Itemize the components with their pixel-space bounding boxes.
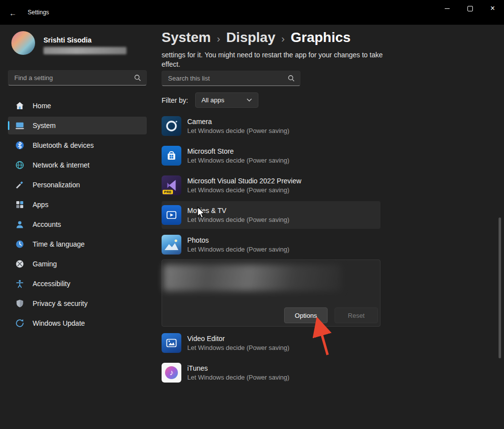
app-row-itunes[interactable]: ♪ iTunes Let Windows decide (Power savin… [162, 359, 380, 386]
sidebar-item-time-language[interactable]: Time & language [8, 235, 147, 253]
sidebar-item-network-internet[interactable]: Network & internet [8, 156, 147, 174]
sidebar-item-apps[interactable]: Apps [8, 196, 147, 214]
expanded-app-card[interactable]: Options Reset [162, 259, 380, 327]
video-editor-app-icon [162, 333, 181, 353]
apps-grid-icon [15, 200, 25, 210]
redacted-user-email [43, 47, 126, 54]
sidebar-item-system[interactable]: System [8, 117, 147, 134]
maximize-icon [467, 6, 473, 11]
microsoft-store-app-icon [162, 146, 181, 166]
breadcrumb-system[interactable]: System [162, 30, 211, 45]
minimize-button[interactable] [436, 0, 459, 17]
system-icon [15, 121, 25, 130]
app-row-video-editor[interactable]: Video Editor Let Windows decide (Power s… [162, 329, 380, 357]
app-name: Photos [187, 236, 290, 244]
scrollbar-thumb[interactable] [499, 217, 501, 358]
app-name: Camera [187, 118, 290, 126]
accessibility-icon [15, 279, 25, 289]
sidebar-item-windows-update[interactable]: Windows Update [8, 314, 147, 332]
app-row-visual-studio[interactable]: PRE Microsoft Visual Studio 2022 Preview… [162, 172, 380, 199]
sidebar-item-label: Time & language [33, 240, 84, 248]
app-status: Let Windows decide (Power saving) [187, 127, 290, 134]
sidebar-item-label: Bluetooth & devices [33, 141, 94, 149]
app-status: Let Windows decide (Power saving) [187, 344, 290, 351]
breadcrumb-display[interactable]: Display [226, 30, 276, 45]
chevron-down-icon [247, 98, 252, 102]
sidebar-item-gaming[interactable]: Gaming [8, 255, 147, 273]
minimize-icon [445, 8, 450, 9]
camera-app-icon [162, 116, 181, 136]
sidebar-item-label: Apps [33, 201, 48, 209]
sidebar-item-accessibility[interactable]: Accessibility [8, 275, 147, 293]
app-status: Let Windows decide (Power saving) [187, 246, 290, 253]
app-row-photos[interactable]: Photos Let Windows decide (Power saving) [162, 231, 380, 258]
app-name: Movies & TV [187, 207, 290, 214]
app-row-camera[interactable]: Camera Let Windows decide (Power saving) [162, 112, 380, 140]
breadcrumb: System › Display › Graphics [162, 30, 351, 45]
back-icon[interactable]: ← [6, 6, 19, 19]
photos-app-icon [162, 235, 181, 255]
app-status: Let Windows decide (Power saving) [187, 186, 301, 194]
sidebar-item-label: Privacy & security [33, 300, 87, 307]
app-status: Let Windows decide (Power saving) [187, 216, 290, 223]
sidebar-item-privacy-security[interactable]: Privacy & security [8, 295, 147, 312]
sidebar-item-label: Home [33, 102, 51, 110]
app-status: Let Windows decide (Power saving) [187, 374, 290, 381]
avatar[interactable] [11, 31, 35, 55]
app-name: Microsoft Store [187, 147, 290, 155]
sidebar-search-input[interactable] [13, 74, 130, 82]
sidebar-item-label: Windows Update [33, 319, 85, 327]
sidebar-item-label: Accounts [33, 220, 61, 228]
app-name: Video Editor [187, 335, 290, 343]
window-controls: × [436, 0, 504, 17]
titlebar: ← Settings × [0, 0, 504, 25]
settings-window: ← Settings × Srishti Sisodia Home System [0, 0, 504, 429]
sidebar-nav: Home System Bluetooth & devices Network … [8, 97, 147, 334]
update-icon [15, 318, 25, 328]
options-button[interactable]: Options [284, 307, 328, 323]
sidebar-item-home[interactable]: Home [8, 97, 147, 115]
sidebar-item-label: Gaming [33, 260, 57, 268]
app-row-microsoft-store[interactable]: Microsoft Store Let Windows decide (Powe… [162, 142, 380, 170]
clock-icon [15, 239, 25, 249]
breadcrumb-separator-icon: › [281, 33, 285, 44]
xbox-icon [15, 259, 25, 269]
movies-tv-app-icon [162, 205, 181, 225]
close-button[interactable]: × [481, 0, 504, 17]
visual-studio-app-icon: PRE [162, 175, 181, 195]
preview-badge: PRE [163, 190, 173, 194]
breadcrumb-graphics: Graphics [291, 30, 350, 45]
sidebar-item-label: Network & internet [33, 161, 89, 169]
sidebar-item-personalization[interactable]: Personalization [8, 176, 147, 194]
search-icon [288, 75, 295, 82]
sidebar-item-bluetooth-devices[interactable]: Bluetooth & devices [8, 136, 147, 154]
list-search-input[interactable] [167, 74, 284, 83]
filter-row: Filter by: All apps [162, 92, 258, 108]
app-name: iTunes [187, 364, 290, 372]
shield-icon [15, 299, 25, 308]
maximize-button[interactable] [459, 0, 481, 17]
bluetooth-icon [15, 140, 25, 150]
paintbrush-icon [15, 180, 25, 190]
reset-button[interactable]: Reset [335, 307, 378, 323]
filter-dropdown-value: All apps [202, 96, 224, 104]
app-row-movies-tv[interactable]: Movies & TV Let Windows decide (Power sa… [162, 201, 380, 229]
sidebar-item-label: Personalization [33, 181, 80, 189]
app-status: Let Windows decide (Power saving) [187, 157, 290, 164]
globe-icon [15, 160, 25, 170]
person-icon [15, 219, 25, 229]
filter-label: Filter by: [162, 96, 188, 104]
sidebar-search[interactable] [8, 70, 147, 86]
list-search[interactable] [162, 71, 300, 86]
search-icon [134, 74, 141, 82]
home-icon [15, 101, 25, 111]
user-name: Srishti Sisodia [43, 36, 91, 44]
sidebar-item-accounts[interactable]: Accounts [8, 215, 147, 233]
filter-dropdown[interactable]: All apps [195, 92, 258, 108]
selected-indicator [8, 121, 9, 130]
close-icon: × [490, 4, 495, 12]
app-name: Microsoft Visual Studio 2022 Preview [187, 177, 301, 185]
sidebar-item-label: Accessibility [33, 280, 70, 288]
itunes-app-icon: ♪ [162, 363, 181, 383]
page-description: settings for it. You might need to resta… [162, 50, 385, 69]
